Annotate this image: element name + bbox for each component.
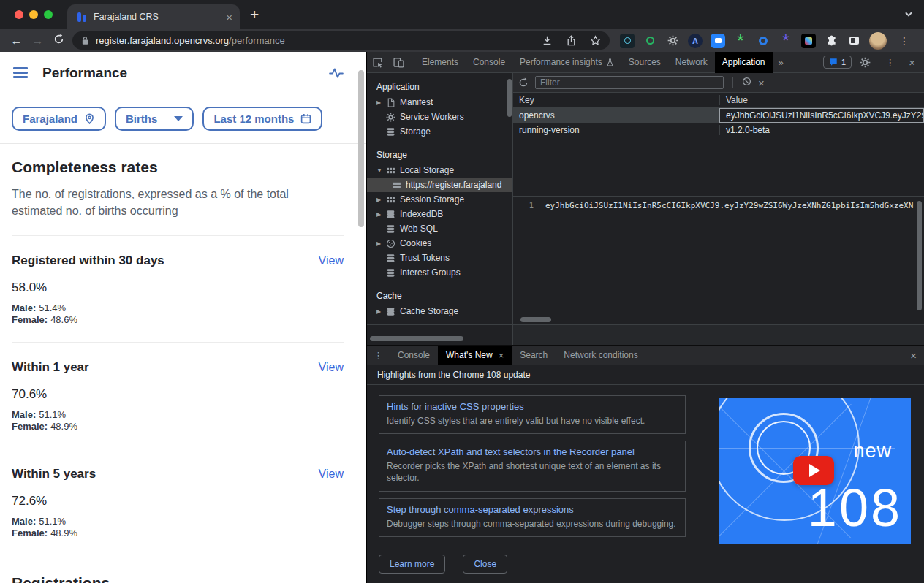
extension-c-ring-icon[interactable] [756,34,770,48]
lock-icon[interactable] [81,36,89,45]
messages-badge[interactable]: 1 [823,56,852,69]
address-bar[interactable]: register.farajaland.opencrvs.org/perform… [72,31,610,50]
column-header-value[interactable]: Value [719,95,924,105]
female-stat: Female:48.6% [12,314,344,326]
profile-avatar[interactable] [869,32,887,50]
whats-new-link[interactable]: Auto-detect XPath and text selectors in … [387,446,678,457]
drawer-tab-whats-new[interactable]: What's New [438,346,512,365]
time-range-filter-button[interactable]: Last 12 months [202,107,322,131]
sidebar-item-session-storage[interactable]: Session Storage [367,192,512,207]
devtools-settings-gear-icon[interactable] [855,57,876,68]
back-button[interactable] [6,34,27,47]
extensions-puzzle-icon[interactable] [824,34,838,48]
learn-more-button[interactable]: Learn more [379,555,445,574]
drawer-close-icon[interactable] [906,349,921,362]
page-scrollbar-thumb[interactable] [358,70,364,227]
drawer-menu-kebab-icon[interactable] [367,350,390,361]
tree-expand-icon[interactable] [376,197,386,203]
preview-vscrollbar-thumb[interactable] [917,201,922,310]
extension-react-icon[interactable] [620,34,635,48]
delete-selected-icon[interactable] [758,77,765,89]
sidebar-item-local-storage[interactable]: Local Storage [367,163,512,178]
sidebar-item-manifest[interactable]: Manifest [367,95,512,110]
maximize-window-button[interactable] [44,10,53,19]
sidebar-item-interest-groups[interactable]: Interest Groups [367,265,512,280]
sidebar-item-local-storage-origin[interactable]: https://register.farajaland [367,178,512,192]
browser-menu-kebab-icon[interactable] [895,35,914,47]
tree-collapse-icon[interactable] [376,167,386,174]
tree-expand-icon[interactable] [376,211,386,218]
sidebar-item-web-sql[interactable]: Web SQL [367,221,512,236]
promo-version-number: 108 [808,474,902,543]
devtools-close-icon[interactable] [904,56,920,69]
sidebar-item-service-workers[interactable]: Service Workers [367,110,512,124]
drawer-tab-console[interactable]: Console [390,346,438,365]
extension-purple-asterisk-icon[interactable] [779,34,793,48]
whats-new-link[interactable]: Step through comma-separated expressions [387,504,678,515]
close-window-button[interactable] [15,10,23,19]
event-filter-button[interactable]: Births [115,107,194,131]
storage-row-opencrvs[interactable]: opencrvs eyJhbGciOiJSUzI1NiIsInR5cCI6Ikp… [513,108,924,123]
tab-performance-insights[interactable]: Performance insights [512,52,621,73]
extensions-area [610,32,918,50]
close-whats-new-icon[interactable] [499,346,504,365]
app-header: Performance [0,52,366,94]
separator [412,56,412,68]
storage-row-running-version[interactable]: running-version v1.2.0-beta [513,123,924,137]
minimize-window-button[interactable] [29,10,38,19]
location-filter-button[interactable]: Farajaland [12,107,106,131]
drawer-tab-network-conditions[interactable]: Network conditions [556,346,645,365]
chrome-108-promo-video[interactable]: new 108 [719,398,911,544]
whats-new-link[interactable]: Hints for inactive CSS properties [387,401,678,412]
tab-network[interactable]: Network [668,52,715,73]
extension-green-asterisk-icon[interactable] [733,34,748,48]
view-link[interactable]: View [319,361,344,374]
device-toolbar-icon[interactable] [388,57,409,68]
tab-console[interactable]: Console [466,52,512,73]
side-panel-icon[interactable] [847,34,861,48]
drawer-tab-search[interactable]: Search [512,346,556,365]
more-tabs-icon[interactable] [773,57,789,68]
extension-camera-icon[interactable] [711,34,725,48]
forward-button[interactable] [27,34,48,47]
devtools-tab-bar: Elements Console Performance insights So… [367,52,924,73]
install-download-icon[interactable] [542,35,553,46]
tab-close-icon[interactable] [226,12,232,23]
tab-application[interactable]: Application [715,52,773,73]
share-icon[interactable] [566,35,577,46]
reload-button[interactable] [48,34,69,47]
tree-expand-icon[interactable] [376,308,386,315]
devtools-menu-kebab-icon[interactable] [879,57,901,68]
sidebar-item-cookies[interactable]: Cookies [367,236,512,251]
tab-sources[interactable]: Sources [621,52,668,73]
refresh-icon[interactable] [518,77,529,88]
inspect-element-icon[interactable] [367,57,388,68]
sidebar-item-indexeddb[interactable]: IndexedDB [367,207,512,221]
clear-storage-block-icon[interactable] [742,77,751,88]
close-button[interactable]: Close [463,555,507,574]
view-link[interactable]: View [319,468,344,481]
tab-search-chevron-icon[interactable] [904,9,914,19]
browser-tab[interactable]: Farajaland CRS [67,4,240,29]
view-link[interactable]: View [319,254,344,267]
extension-a-icon[interactable] [688,34,703,48]
tree-expand-icon[interactable] [376,99,386,106]
rate-value: 70.6% [12,387,344,402]
performance-pulse-icon[interactable] [329,67,344,79]
extension-target-icon[interactable] [643,34,657,48]
extension-colorful-icon[interactable] [801,34,816,48]
sidebar-item-cache-storage[interactable]: Cache Storage [367,304,512,319]
tab-elements[interactable]: Elements [414,52,466,73]
sidebar-vscrollbar-thumb[interactable] [507,79,512,117]
sidebar-hscrollbar-thumb[interactable] [370,336,463,341]
sidebar-item-storage[interactable]: Storage [367,124,512,139]
hamburger-menu-icon[interactable] [13,67,28,78]
tree-expand-icon[interactable] [376,240,386,247]
column-header-key[interactable]: Key [513,95,719,105]
storage-filter-input[interactable] [535,76,724,89]
bookmark-star-icon[interactable] [590,35,601,46]
extension-gear-icon[interactable] [665,34,680,48]
new-tab-button[interactable] [250,4,259,25]
sidebar-item-trust-tokens[interactable]: Trust Tokens [367,251,512,265]
preview-hscrollbar-thumb[interactable] [520,317,551,322]
